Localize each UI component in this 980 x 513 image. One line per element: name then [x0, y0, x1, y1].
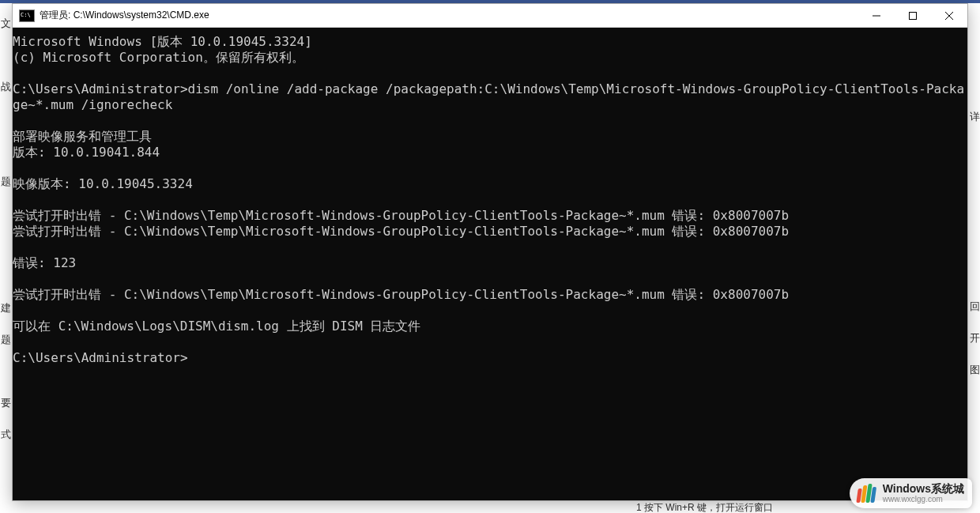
minimize-button[interactable] [858, 4, 895, 28]
bg-char: 战 [0, 71, 12, 103]
bg-char [969, 259, 980, 291]
bg-char [0, 229, 12, 261]
window-title: 管理员: C:\Windows\system32\CMD.exe [40, 9, 858, 22]
bg-char: 式 [0, 419, 12, 451]
bg-char [969, 228, 980, 259]
watermark-text: Windows系统城 www.wxclgg.com [883, 483, 964, 504]
background-bottom-text: 1 按下 Win+R 键，打开运行窗口 [636, 502, 773, 513]
bg-char [0, 40, 12, 71]
close-icon [945, 12, 953, 20]
background-right-strip: 详回开图 [969, 6, 980, 513]
bg-char [0, 356, 12, 387]
maximize-button[interactable] [895, 4, 931, 28]
bg-char [0, 198, 12, 229]
bg-char: 开 [969, 323, 980, 354]
svg-rect-1 [910, 13, 917, 20]
watermark-url: www.wxclgg.com [883, 495, 964, 504]
bg-char [0, 134, 12, 166]
terminal-output[interactable]: Microsoft Windows [版本 10.0.19045.3324] (… [13, 28, 967, 500]
bg-char [0, 103, 12, 134]
background-left-strip: 文战题建题要式 [0, 6, 12, 513]
bg-char: 图 [969, 354, 980, 386]
bg-char [969, 196, 980, 228]
cmd-window: 管理员: C:\Windows\system32\CMD.exe Microso… [12, 3, 968, 501]
watermark: Windows系统城 www.wxclgg.com [850, 478, 972, 508]
close-button[interactable] [931, 4, 967, 28]
bg-char: 要 [0, 387, 12, 419]
bg-char: 题 [0, 324, 12, 356]
bg-char: 文 [0, 8, 12, 40]
cmd-icon [19, 9, 35, 22]
bg-char: 题 [0, 166, 12, 198]
bg-char [969, 386, 980, 417]
bg-char [969, 133, 980, 164]
bg-char [969, 449, 980, 481]
bg-char: 回 [969, 291, 980, 323]
watermark-title: Windows系统城 [883, 483, 964, 495]
bg-char [969, 164, 980, 196]
minimize-icon [873, 12, 880, 20]
window-controls [858, 4, 967, 27]
bg-char: 详 [969, 101, 980, 133]
bg-char: 建 [0, 292, 12, 324]
maximize-icon [909, 12, 917, 20]
bg-char [969, 70, 980, 101]
watermark-logo-icon [853, 481, 880, 505]
bg-char [0, 261, 12, 292]
titlebar[interactable]: 管理员: C:\Windows\system32\CMD.exe [13, 4, 967, 28]
bg-char [969, 417, 980, 449]
